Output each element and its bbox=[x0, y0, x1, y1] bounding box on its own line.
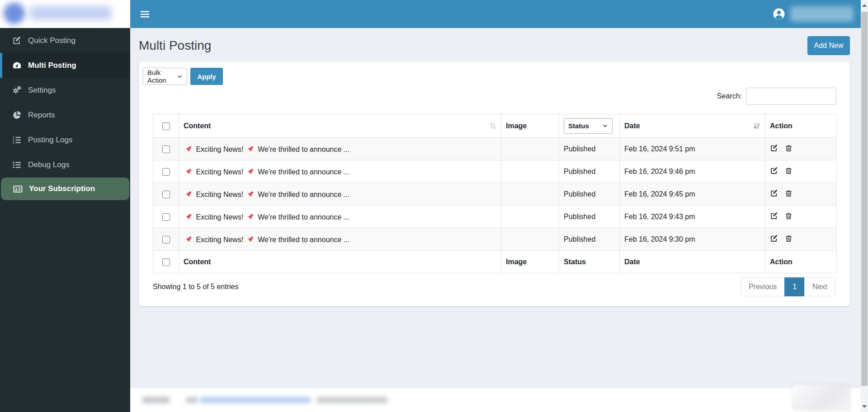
trash-icon[interactable] bbox=[785, 189, 793, 197]
column-header-content[interactable]: Content bbox=[179, 114, 501, 138]
footer-text-blurred bbox=[316, 397, 388, 403]
rocket-emoji bbox=[184, 145, 193, 153]
select-all-checkbox[interactable] bbox=[162, 122, 170, 130]
app-logo[interactable] bbox=[0, 0, 130, 28]
hamburger-menu-icon[interactable] bbox=[138, 7, 151, 21]
dashboard-icon bbox=[11, 61, 22, 70]
column-header-status: Status bbox=[559, 114, 620, 138]
edit-square-icon bbox=[11, 36, 22, 46]
status-filter-select[interactable]: Status bbox=[564, 118, 613, 134]
chevron-down-icon bbox=[177, 74, 183, 80]
sidebar-item-settings[interactable]: Settings bbox=[0, 78, 130, 103]
sidebar-item-multi-posting[interactable]: Multi Posting bbox=[0, 53, 130, 78]
page-title: Multi Posting bbox=[139, 38, 211, 53]
topbar bbox=[130, 0, 861, 28]
rocket-emoji bbox=[184, 235, 193, 243]
sidebar-item-label: Reports bbox=[28, 111, 55, 120]
footer-text-blurred bbox=[142, 397, 170, 403]
footer-text-blurred bbox=[185, 397, 199, 403]
scrollbar-up-arrow[interactable] bbox=[861, 2, 868, 9]
table-footer-bar: Showing 1 to 5 of 5 entries Previous 1 N… bbox=[153, 277, 835, 297]
sidebar-item-label: Quick Posting bbox=[28, 36, 75, 45]
sort-descending-icon bbox=[752, 122, 761, 131]
table-row: Exciting News! We're thrilled to announc… bbox=[153, 138, 837, 160]
chevron-down-icon bbox=[602, 123, 608, 129]
rocket-emoji bbox=[246, 145, 255, 153]
row-content: Exciting News! We're thrilled to announc… bbox=[179, 160, 501, 183]
bulk-action-label: Bulk Action bbox=[147, 69, 173, 84]
add-new-button[interactable]: Add New bbox=[807, 36, 850, 55]
rocket-emoji bbox=[184, 167, 193, 176]
pagination-page-1-button[interactable]: 1 bbox=[784, 277, 805, 296]
rocket-emoji bbox=[246, 212, 255, 221]
row-checkbox[interactable] bbox=[162, 145, 170, 153]
row-content: Exciting News! We're thrilled to announc… bbox=[179, 206, 501, 228]
bulk-action-select[interactable]: Bulk Action bbox=[143, 68, 187, 85]
sidebar-item-reports[interactable]: Reports bbox=[0, 103, 130, 127]
row-checkbox[interactable] bbox=[162, 168, 170, 176]
sidebar: Quick PostingMulti PostingSettingsReport… bbox=[0, 0, 130, 412]
edit-icon[interactable] bbox=[770, 189, 778, 197]
footer-column-action: Action bbox=[765, 251, 837, 273]
pagination-previous-button[interactable]: Previous bbox=[741, 277, 785, 296]
multi-posting-app: Quick PostingMulti PostingSettingsReport… bbox=[0, 0, 868, 412]
row-date: Feb 16, 2024 9:45 pm bbox=[620, 183, 765, 206]
search-label: Search: bbox=[717, 92, 742, 100]
ordered-list-icon: 123 bbox=[11, 135, 22, 145]
column-header-date[interactable]: Date bbox=[620, 114, 765, 138]
row-image bbox=[501, 160, 559, 183]
logo-mark-blurred bbox=[4, 3, 25, 24]
sidebar-item-posting-logs[interactable]: 123Posting Logs bbox=[0, 127, 130, 152]
vertical-scrollbar[interactable] bbox=[861, 0, 868, 412]
edit-icon[interactable] bbox=[770, 166, 778, 175]
page-footer bbox=[130, 388, 861, 412]
column-header-action: Action bbox=[765, 114, 837, 138]
rocket-emoji bbox=[246, 190, 255, 198]
row-checkbox[interactable] bbox=[162, 191, 170, 198]
scrollbar-down-arrow[interactable] bbox=[861, 403, 868, 410]
trash-icon[interactable] bbox=[785, 212, 793, 220]
apply-button[interactable]: Apply bbox=[190, 68, 223, 85]
search-row: Search: bbox=[139, 88, 850, 105]
footer-column-content: Content bbox=[179, 251, 501, 273]
trash-icon[interactable] bbox=[785, 144, 793, 152]
row-content: Exciting News! We're thrilled to announc… bbox=[179, 228, 501, 251]
sidebar-item-label: Debug Logs bbox=[28, 160, 70, 169]
trash-icon[interactable] bbox=[785, 234, 793, 243]
edit-icon[interactable] bbox=[770, 234, 778, 243]
trash-icon[interactable] bbox=[785, 167, 793, 175]
pie-chart-icon bbox=[11, 110, 22, 120]
footer-column-date: Date bbox=[620, 251, 765, 273]
row-checkbox[interactable] bbox=[162, 236, 170, 243]
rocket-emoji bbox=[184, 190, 193, 198]
list-icon bbox=[11, 160, 22, 170]
column-header-image: Image bbox=[501, 114, 559, 138]
rocket-emoji bbox=[246, 167, 255, 176]
sidebar-item-your-subscription[interactable]: Your Subscription bbox=[1, 178, 129, 200]
edit-icon[interactable] bbox=[770, 144, 778, 152]
row-status: Published bbox=[559, 183, 620, 206]
sidebar-item-label: Posting Logs bbox=[28, 136, 72, 145]
footer-column-image: Image bbox=[501, 251, 559, 273]
posts-table: Content Image Status bbox=[153, 114, 837, 273]
search-input[interactable] bbox=[746, 88, 836, 105]
sidebar-item-label: Your Subscription bbox=[29, 184, 95, 193]
row-date: Feb 16, 2024 9:46 pm bbox=[620, 160, 765, 183]
sort-both-icon bbox=[488, 122, 497, 131]
table-row: Exciting News! We're thrilled to announc… bbox=[153, 183, 837, 206]
sidebar-item-quick-posting[interactable]: Quick Posting bbox=[0, 28, 130, 53]
row-image bbox=[501, 206, 559, 228]
select-all-checkbox[interactable] bbox=[162, 258, 170, 266]
edit-icon[interactable] bbox=[770, 211, 778, 220]
sidebar-item-debug-logs[interactable]: Debug Logs bbox=[0, 152, 130, 177]
row-image bbox=[501, 228, 559, 251]
row-checkbox[interactable] bbox=[162, 213, 170, 221]
row-date: Feb 16, 2024 9:51 pm bbox=[620, 138, 765, 160]
user-menu[interactable] bbox=[772, 0, 854, 28]
pagination-next-button[interactable]: Next bbox=[804, 277, 835, 296]
entries-summary: Showing 1 to 5 of 5 entries bbox=[153, 283, 238, 291]
footer-link-blurred bbox=[200, 397, 311, 403]
row-content: Exciting News! We're thrilled to announc… bbox=[179, 138, 501, 160]
svg-text:3: 3 bbox=[12, 141, 14, 144]
scrollbar-thumb[interactable] bbox=[861, 12, 868, 386]
